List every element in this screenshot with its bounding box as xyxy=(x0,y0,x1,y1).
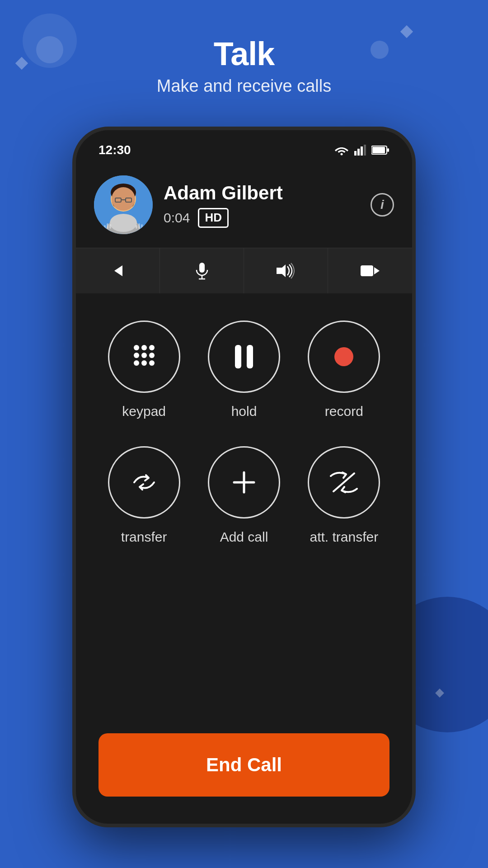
hold-button[interactable]: hold xyxy=(203,321,285,419)
back-button[interactable] xyxy=(76,248,160,293)
svg-rect-2 xyxy=(357,149,360,156)
svg-rect-41 xyxy=(235,345,241,368)
svg-rect-30 xyxy=(361,265,373,276)
transfer-button[interactable]: transfer xyxy=(103,446,185,545)
speaker-icon xyxy=(276,263,296,279)
svg-rect-26 xyxy=(199,263,205,273)
hold-icon xyxy=(232,343,256,370)
att-transfer-circle xyxy=(308,446,380,519)
call-status-row: 0:04 HD xyxy=(164,208,360,228)
svg-rect-1 xyxy=(354,151,357,156)
battery-icon xyxy=(371,145,389,155)
record-button[interactable]: record xyxy=(303,321,385,419)
video-icon xyxy=(360,264,380,278)
record-circle xyxy=(308,321,380,393)
hold-circle xyxy=(208,321,280,393)
svg-marker-31 xyxy=(374,267,380,274)
app-header: Talk Make and receive calls xyxy=(0,0,488,123)
svg-point-36 xyxy=(141,353,147,358)
svg-point-39 xyxy=(141,360,147,366)
svg-point-40 xyxy=(149,360,155,366)
call-duration: 0:04 xyxy=(164,210,190,226)
svg-point-35 xyxy=(134,353,139,358)
avatar xyxy=(94,175,153,234)
microphone-icon xyxy=(194,262,210,280)
call-toolbar xyxy=(76,248,412,293)
svg-rect-7 xyxy=(387,148,389,152)
svg-rect-4 xyxy=(364,145,366,156)
app-title: Talk xyxy=(0,36,488,72)
svg-rect-22 xyxy=(136,225,137,229)
wifi-icon xyxy=(334,145,349,156)
phone-frame: 12:30 xyxy=(72,127,416,827)
transfer-label: transfer xyxy=(121,529,167,545)
video-button[interactable] xyxy=(328,248,412,293)
hold-label: hold xyxy=(231,404,257,419)
att-transfer-button[interactable]: att. transfer xyxy=(303,446,385,545)
svg-rect-23 xyxy=(138,223,140,229)
svg-point-0 xyxy=(341,153,343,156)
svg-rect-24 xyxy=(141,224,143,229)
avatar-image xyxy=(94,175,153,234)
end-call-text: End Call xyxy=(206,754,282,776)
svg-point-34 xyxy=(149,345,155,350)
att-transfer-icon xyxy=(329,469,359,496)
back-icon xyxy=(110,263,126,279)
hd-badge: HD xyxy=(198,208,229,228)
svg-point-18 xyxy=(110,214,137,232)
svg-rect-6 xyxy=(372,147,385,153)
info-button[interactable]: i xyxy=(371,193,394,217)
avatar-container xyxy=(94,175,153,234)
svg-marker-29 xyxy=(277,264,286,277)
add-call-button[interactable]: Add call xyxy=(203,446,285,545)
spacer xyxy=(76,563,412,720)
app-subtitle: Make and receive calls xyxy=(0,76,488,96)
end-call-button[interactable]: End Call xyxy=(99,733,389,797)
keypad-icon xyxy=(128,341,160,373)
phone-screen: 12:30 xyxy=(76,130,412,824)
keypad-circle xyxy=(108,321,180,393)
record-dot xyxy=(334,347,353,366)
call-controls: keypad hold xyxy=(76,293,412,563)
status-bar: 12:30 xyxy=(76,130,412,162)
transfer-circle xyxy=(108,446,180,519)
svg-point-38 xyxy=(134,360,139,366)
call-info-section: Adam Gilbert 0:04 HD i xyxy=(76,162,412,248)
svg-rect-3 xyxy=(361,146,363,156)
add-call-circle xyxy=(208,446,280,519)
mute-button[interactable] xyxy=(160,248,244,293)
svg-rect-21 xyxy=(109,224,111,229)
status-icons xyxy=(334,145,389,156)
svg-rect-42 xyxy=(247,345,253,368)
end-call-container: End Call xyxy=(76,720,412,824)
status-time: 12:30 xyxy=(99,143,131,157)
svg-point-32 xyxy=(134,345,139,350)
controls-grid: keypad hold xyxy=(103,321,385,545)
svg-marker-25 xyxy=(114,265,122,276)
record-label: record xyxy=(325,404,363,419)
svg-point-33 xyxy=(141,345,147,350)
speaker-button[interactable] xyxy=(244,248,328,293)
keypad-button[interactable]: keypad xyxy=(103,321,185,419)
transfer-icon xyxy=(131,469,158,496)
svg-point-37 xyxy=(149,353,155,358)
add-call-icon xyxy=(231,470,257,495)
caller-name: Adam Gilbert xyxy=(164,182,360,204)
phone-mockup: 12:30 xyxy=(72,127,416,827)
signal-icon xyxy=(354,145,366,156)
svg-rect-20 xyxy=(107,223,108,229)
keypad-label: keypad xyxy=(122,404,166,419)
att-transfer-label: att. transfer xyxy=(310,529,378,545)
svg-rect-19 xyxy=(104,225,106,229)
add-call-label: Add call xyxy=(220,529,268,545)
call-details: Adam Gilbert 0:04 HD xyxy=(164,182,360,228)
